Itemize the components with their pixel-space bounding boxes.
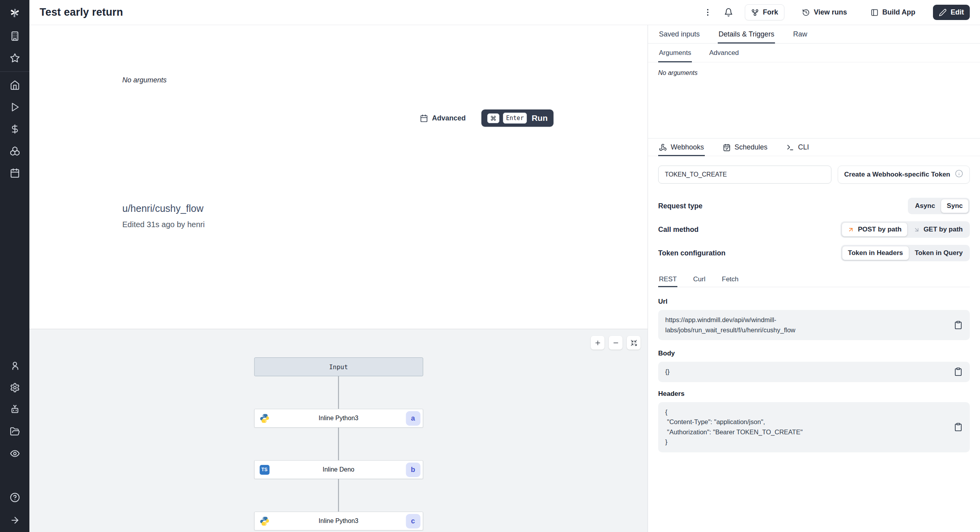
history-icon bbox=[802, 9, 810, 16]
flow-node-c-label: Inline Python3 bbox=[254, 517, 423, 525]
token-config-toggle: Token in Headers Token in Query bbox=[841, 245, 970, 261]
zoom-out-button[interactable] bbox=[609, 336, 622, 350]
call-method-get[interactable]: GET by path bbox=[907, 222, 969, 237]
clipboard-icon bbox=[954, 423, 963, 432]
zoom-in-button[interactable] bbox=[591, 336, 604, 350]
build-app-button[interactable]: Build App bbox=[865, 5, 921, 20]
home-icon[interactable] bbox=[0, 74, 29, 96]
help-circle-icon[interactable] bbox=[0, 486, 29, 508]
command-icon bbox=[490, 115, 496, 121]
info-icon bbox=[955, 169, 963, 180]
schedules-calendar-icon[interactable] bbox=[0, 162, 29, 184]
fit-view-button[interactable] bbox=[627, 336, 641, 350]
tab-webhooks-label: Webhooks bbox=[671, 143, 704, 151]
call-method-toggle: POST by path GET by path bbox=[840, 221, 970, 238]
sidebar-divider bbox=[0, 71, 29, 72]
token-in-headers[interactable]: Token in Headers bbox=[842, 246, 909, 260]
page-title: Test early return bbox=[40, 6, 123, 18]
token-input[interactable] bbox=[658, 166, 831, 184]
top-actions: Fork View runs Build App Edit bbox=[703, 4, 970, 20]
url-label: Url bbox=[658, 298, 970, 306]
flow-node-c[interactable]: Inline Python3 c bbox=[254, 512, 423, 530]
advanced-button-label: Advanced bbox=[432, 114, 466, 122]
flow-edge bbox=[338, 428, 339, 460]
flow-node-c-badge: c bbox=[406, 514, 420, 528]
more-menu-kebab-icon[interactable] bbox=[703, 8, 712, 17]
notifications-bell-icon[interactable] bbox=[724, 8, 733, 17]
python-icon bbox=[259, 413, 270, 424]
pencil-icon bbox=[939, 9, 947, 16]
token-in-query[interactable]: Token in Query bbox=[909, 246, 969, 260]
webhooks-content: Create a Webhook-specific Token Request … bbox=[648, 156, 980, 452]
flow-node-input[interactable]: Input bbox=[254, 357, 423, 376]
clipboard-icon bbox=[954, 321, 963, 330]
arguments-zone: No arguments bbox=[648, 62, 980, 138]
resources-boxes-icon[interactable] bbox=[0, 140, 29, 162]
edit-button[interactable]: Edit bbox=[933, 5, 970, 20]
enter-key-badge: Enter bbox=[503, 113, 527, 124]
call-method-get-label: GET by path bbox=[924, 226, 963, 233]
tab-raw[interactable]: Raw bbox=[792, 25, 808, 43]
workers-bot-icon[interactable] bbox=[0, 399, 29, 421]
copy-body-button[interactable] bbox=[954, 367, 963, 376]
collapse-arrow-right-icon[interactable] bbox=[0, 508, 29, 532]
sidebar-top-icons bbox=[0, 25, 29, 184]
tab-details-triggers[interactable]: Details & Triggers bbox=[718, 25, 775, 43]
clipboard-icon bbox=[954, 367, 963, 376]
flow-node-a[interactable]: Inline Python3 a bbox=[254, 409, 423, 428]
graph-controls bbox=[591, 336, 641, 350]
url-line-2: labs/jobs/run_wait_result/f/u/henri/cush… bbox=[665, 325, 795, 335]
tab-cli[interactable]: CLI bbox=[786, 138, 810, 156]
advanced-button[interactable]: Advanced bbox=[420, 114, 466, 122]
sidebar bbox=[0, 0, 29, 532]
tab-curl[interactable]: Curl bbox=[692, 271, 706, 287]
url-line-1: https://app.windmill.dev/api/w/windmill- bbox=[665, 315, 795, 325]
tab-saved-inputs[interactable]: Saved inputs bbox=[658, 25, 701, 43]
folders-icon[interactable] bbox=[0, 421, 29, 443]
request-type-toggle: Async Sync bbox=[908, 198, 970, 214]
call-method-post[interactable]: POST by path bbox=[842, 222, 907, 237]
run-button[interactable]: Enter Run bbox=[481, 109, 554, 127]
main-column: Test early return Fork View runs bbox=[29, 0, 980, 532]
favorites-star-icon[interactable] bbox=[0, 47, 29, 69]
body-value: {} bbox=[665, 367, 670, 377]
url-value: https://app.windmill.dev/api/w/windmill-… bbox=[665, 315, 795, 335]
variables-dollar-icon[interactable] bbox=[0, 118, 29, 140]
body-box: {} bbox=[658, 362, 970, 382]
runs-play-icon[interactable] bbox=[0, 96, 29, 118]
token-row: Create a Webhook-specific Token bbox=[658, 166, 970, 184]
create-webhook-token-label: Create a Webhook-specific Token bbox=[844, 171, 951, 179]
flow-node-b[interactable]: TS Inline Deno b bbox=[254, 460, 423, 479]
panel-no-arguments-text: No arguments bbox=[658, 69, 970, 77]
edit-button-label: Edit bbox=[951, 8, 964, 16]
tab-schedules[interactable]: Schedules bbox=[722, 138, 768, 156]
flow-node-a-label: Inline Python3 bbox=[254, 415, 423, 422]
panel-tabs: Saved inputs Details & Triggers Raw bbox=[648, 25, 980, 44]
copy-url-button[interactable] bbox=[954, 321, 963, 330]
tab-fetch[interactable]: Fetch bbox=[721, 271, 740, 287]
run-section: No arguments Advanced Enter Run bbox=[29, 25, 648, 329]
view-runs-button[interactable]: View runs bbox=[796, 5, 853, 20]
code-tabs: REST Curl Fetch bbox=[658, 271, 970, 287]
fork-button[interactable]: Fork bbox=[745, 4, 784, 20]
request-type-sync[interactable]: Sync bbox=[941, 199, 969, 213]
python-icon bbox=[259, 516, 270, 527]
tab-rest[interactable]: REST bbox=[658, 271, 677, 287]
content-row: No arguments Advanced Enter Run bbox=[29, 25, 980, 532]
windmill-logo[interactable] bbox=[0, 0, 29, 25]
create-webhook-token-button[interactable]: Create a Webhook-specific Token bbox=[838, 166, 970, 184]
url-box: https://app.windmill.dev/api/w/windmill-… bbox=[658, 310, 970, 340]
audit-eye-icon[interactable] bbox=[0, 443, 29, 465]
no-arguments-text: No arguments bbox=[122, 76, 554, 84]
settings-gear-icon[interactable] bbox=[0, 377, 29, 399]
tab-webhooks[interactable]: Webhooks bbox=[658, 138, 705, 156]
details-panel: Saved inputs Details & Triggers Raw Argu… bbox=[648, 25, 980, 532]
subtab-advanced[interactable]: Advanced bbox=[708, 44, 740, 62]
workspace-building-icon[interactable] bbox=[0, 25, 29, 47]
build-app-label: Build App bbox=[882, 8, 915, 16]
request-type-async[interactable]: Async bbox=[909, 199, 941, 213]
user-icon[interactable] bbox=[0, 355, 29, 377]
subtab-arguments[interactable]: Arguments bbox=[658, 44, 692, 62]
copy-headers-button[interactable] bbox=[954, 423, 963, 432]
flow-node-a-badge: a bbox=[406, 411, 420, 426]
